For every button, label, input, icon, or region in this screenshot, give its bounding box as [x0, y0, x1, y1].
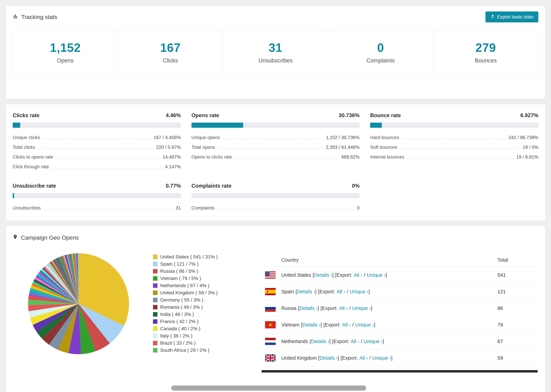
- rate-detail-value: 167 / 4.456%: [154, 135, 181, 141]
- legend-label: France ( 42 / 2% ): [160, 319, 198, 324]
- legend-label: United Kingdom ( 59 / 3% ): [160, 290, 218, 295]
- legend-color-swatch: [153, 341, 157, 345]
- country-total: 67: [497, 339, 538, 344]
- country-name: United States: [281, 272, 311, 278]
- export-label: Export:: [342, 355, 358, 361]
- rate-detail-value: 1,152 / 30.736%: [326, 135, 360, 141]
- legend-item: South Africa ( 29 / 2% ): [153, 347, 252, 354]
- export-all-link[interactable]: All ›: [337, 289, 345, 294]
- rate-detail-label: Hard bounces: [370, 135, 399, 141]
- bracket: [: [298, 305, 299, 311]
- export-unique-link[interactable]: Unique ›: [355, 322, 374, 328]
- rate-detail-value: 0: [357, 205, 360, 212]
- bracket: ]: [382, 339, 384, 344]
- rate-detail-label: Total opens: [191, 145, 215, 151]
- clipped-next-row: [262, 370, 538, 372]
- export-all-link[interactable]: All ›: [354, 272, 362, 278]
- country-total: 121: [497, 289, 538, 294]
- rate-progress-track: [370, 123, 538, 128]
- country-flag-icon: [265, 354, 276, 362]
- details-link[interactable]: Details ›: [319, 355, 338, 361]
- details-link[interactable]: Details ›: [314, 272, 332, 278]
- export-unique-link[interactable]: Unique ›: [352, 305, 371, 311]
- rate-detail-row: Total opens 2,303 / 61.446%: [191, 141, 360, 151]
- dotted-leader: [222, 139, 324, 139]
- export-unique-link[interactable]: Unique ›: [372, 355, 391, 361]
- slash: /: [347, 289, 348, 294]
- rate-card: Unsubscribe rate 0.77% Unsubscribes 31: [13, 183, 181, 212]
- stat-value: 167: [118, 41, 223, 55]
- rate-detail-label: Complaints: [191, 205, 215, 212]
- legend-item: Vietnam ( 79 / 5% ): [153, 275, 252, 282]
- details-link[interactable]: Details ›: [297, 289, 315, 294]
- rate-detail-row: Hard bounces 242 / 86.738%: [370, 132, 538, 141]
- export-unique-link[interactable]: Unique ›: [367, 272, 386, 278]
- geo-table: Country Total United States [ Details › …: [262, 253, 538, 372]
- rate-detail-label: Soft bounces: [370, 145, 397, 151]
- rate-card: Clicks rate 4.46% Unique clicks 167 / 4.…: [13, 112, 181, 170]
- rate-title: Unsubscribe rate: [13, 183, 56, 189]
- stat-box: 0 Complaints: [328, 31, 433, 78]
- bracket: ]: [391, 355, 392, 361]
- export-label: Export:: [322, 305, 338, 311]
- bracket: [: [335, 272, 337, 278]
- tracking-stats-header: Tracking stats Export basic stats: [13, 6, 538, 28]
- legend-color-swatch: [153, 348, 157, 352]
- rate-title: Clicks rate: [13, 112, 40, 119]
- details-link[interactable]: Details ›: [311, 339, 329, 344]
- dotted-leader: [217, 209, 355, 210]
- stat-box: 279 Bounces: [433, 31, 538, 78]
- legend-item: Romania ( 49 / 3% ): [153, 304, 252, 311]
- export-all-link[interactable]: All ›: [351, 339, 359, 344]
- export-basic-stats-button[interactable]: Export basic stats: [486, 11, 538, 22]
- dotted-leader: [51, 168, 163, 168]
- rate-detail-value: 242 / 86.738%: [509, 135, 538, 141]
- dotted-leader: [406, 158, 514, 159]
- export-label: Export:: [337, 272, 352, 278]
- details-link[interactable]: Details ›: [302, 322, 320, 328]
- export-all-link[interactable]: All ›: [339, 305, 348, 311]
- rate-detail-value: 14.497%: [162, 154, 181, 161]
- stat-value: 0: [328, 41, 433, 55]
- tracking-stats-title: Tracking stats: [13, 14, 57, 20]
- rate-card: Bounce rate 6.927% Hard bounces 242 / 86…: [370, 112, 538, 170]
- rate-detail-value: 4.147%: [165, 164, 181, 170]
- export-all-link[interactable]: All ›: [359, 355, 368, 361]
- country-flag-icon: [265, 288, 276, 295]
- stat-value: 31: [223, 41, 328, 55]
- tracking-stats-title-text: Tracking stats: [21, 14, 57, 20]
- rate-title: Bounce rate: [370, 112, 401, 119]
- country-column-header: Country: [262, 257, 497, 263]
- legend-color-swatch: [153, 334, 157, 338]
- country-name: United Kingdom: [281, 355, 317, 361]
- bracket: ]: [374, 322, 375, 328]
- country-flag-icon: [265, 338, 276, 345]
- legend-label: United States ( 541 / 31% ): [160, 254, 218, 260]
- export-all-link[interactable]: All ›: [342, 322, 351, 328]
- dotted-leader: [401, 139, 506, 139]
- rates-grid: Clicks rate 4.46% Unique clicks 167 / 4.…: [13, 112, 538, 212]
- bracket: ]: [332, 272, 334, 278]
- dotted-leader: [55, 158, 161, 159]
- geo-opens-card: Campaign Geo Opens United States ( 541 /…: [6, 226, 545, 392]
- stat-box: 167 Clicks: [118, 31, 223, 78]
- bracket: [: [341, 355, 342, 361]
- export-unique-link[interactable]: Unique ›: [350, 289, 369, 294]
- geo-table-row: United States [ Details › ] [ Export: Al…: [262, 267, 538, 283]
- legend-item: United States ( 541 / 31% ): [153, 253, 252, 260]
- export-unique-link[interactable]: Unique ›: [364, 339, 383, 344]
- bracket: ]: [315, 289, 317, 294]
- slash: /: [361, 339, 362, 344]
- legend-color-swatch: [153, 262, 157, 266]
- rate-progress-track: [191, 123, 360, 128]
- legend-color-swatch: [153, 276, 157, 281]
- horizontal-scrollbar-thumb[interactable]: [171, 385, 366, 391]
- legend-item: Spain ( 121 / 7% ): [153, 260, 252, 268]
- slash: /: [364, 272, 365, 278]
- geo-pie-chart: [27, 252, 130, 355]
- geo-table-header: Country Total: [262, 253, 538, 267]
- details-link[interactable]: Details ›: [299, 305, 318, 311]
- bracket: [: [310, 339, 311, 344]
- legend-color-swatch: [153, 319, 157, 324]
- country-total: 86: [497, 305, 538, 311]
